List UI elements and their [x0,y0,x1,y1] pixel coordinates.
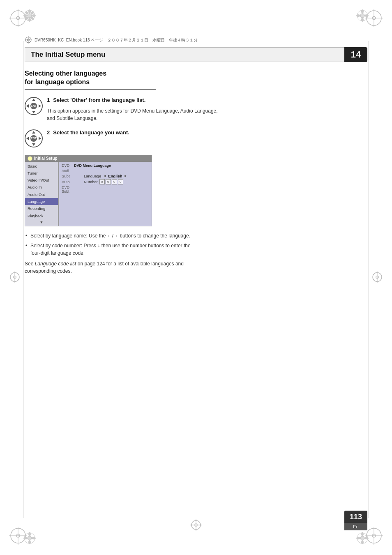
header-crosshair [25,36,32,44]
menu-screenshot: Initial Setup Basic Tuner Video In/Out A… [25,155,152,226]
svg-point-32 [23,14,28,17]
page-number: 113 [344,511,367,523]
header-text: DVR650HK_KC_EN.book 113 ページ ２００７年２月２１日 水… [35,37,198,43]
step-2-icon: ENT [25,129,43,147]
bullet-item-2: Select by code number: Press ↓ then use … [25,242,197,257]
step-2-content: 2 Select the language you want. [47,129,129,140]
arrow-left-icon [26,104,29,108]
menu-body: Basic Tuner Video In/Out Audio In Audio … [25,162,152,226]
bullet-item-1: Select by language name: Use the ←/→ but… [25,232,197,240]
step-1: ENT 1 Select 'Other' from the language l… [25,97,367,122]
menu-language-row: Subt Language ◄ English ► [62,174,149,178]
language-value: English [108,174,122,178]
arrow-right-icon [39,104,41,108]
deco-br [356,532,369,546]
audio-label: Audi [62,169,69,173]
arrow-right-indicator: ► [124,174,128,178]
section-heading: Selecting other languages for language o… [25,69,156,90]
menu-item-playback: Playback [25,212,58,219]
arrow-left-indicator: ◄ [103,174,106,178]
deco-bl [23,532,36,546]
svg-point-33 [32,14,36,17]
svg-point-30 [28,9,31,14]
deco-tr [356,9,369,23]
menu-item-audioout: Audio Out [25,191,58,198]
chapter-title: The Initial Setup menu [25,47,344,62]
step-1-body: This option appears in the settings for … [47,107,219,122]
top-rule [25,33,367,33]
svg-point-52 [361,532,364,536]
svg-point-41 [361,18,364,22]
vline-left [23,41,23,518]
menu-item-tuner: Tuner [25,170,58,177]
svg-point-49 [32,537,36,539]
menu-title: Initial Setup [34,156,58,161]
menu-item-language: Language [25,198,58,205]
subt-sub-row: Subt [62,189,149,193]
side-reg-right [371,271,383,284]
svg-point-53 [361,540,364,544]
svg-point-40 [361,9,364,14]
title-bar: The Initial Setup menu 14 [25,47,367,62]
step-1-number: 1 [47,97,50,103]
step-1-content: 1 Select 'Other' from the language list.… [47,97,219,122]
svg-point-42 [356,14,360,17]
bottom-rule [25,522,367,522]
svg-point-54 [356,537,360,539]
num-box-3: 0 [112,179,117,184]
step2-arrow-right-icon [39,137,41,140]
vline-right [369,41,369,518]
menu-sub-labels: DVD DVD Menu Language [62,164,149,168]
menu-icon [28,156,32,161]
step-2-number: 2 [47,129,50,136]
subt-label-1: Subt [62,174,82,178]
svg-point-43 [364,14,369,17]
see-also: See Language code list on page 124 for a… [25,260,197,275]
menu-item-audioin: Audio In [25,184,58,191]
menu-item-videoinout: Video In/Out [25,177,58,184]
step2-arrow-down-icon [32,143,35,146]
step2-enter-label: ENT [31,137,37,140]
step2-arrow-up-icon [32,131,35,134]
svg-point-48 [23,537,28,539]
step-1-icon: ENT [25,97,43,115]
right-panel-title: DVD Menu Language [74,164,111,168]
page-lang: En [344,523,367,530]
main-content: The Initial Setup menu 14 Selecting othe… [25,47,367,514]
bottom-center-reg [190,519,202,532]
svg-point-39 [360,14,364,18]
arrow-up-icon [32,99,35,101]
step-1-header: 1 Select 'Other' from the language list. [47,97,219,105]
number-label: Number [84,180,98,184]
step-2: ENT 2 Select the language you want. [25,129,367,147]
menu-scroll-down: ▼ [25,219,58,225]
audio-sub-row: Audi [62,169,149,173]
num-box-1: 0 [99,179,105,184]
see-also-italic: Language code list [35,261,76,267]
svg-point-55 [364,537,369,539]
menu-item-basic: Basic [25,163,58,170]
num-box-4: 0 [118,179,123,184]
menu-right-panel: DVD DVD Menu Language Audi Subt Language… [59,162,152,226]
deco-tl [23,9,36,23]
language-label: Language [84,174,101,178]
enter-label: ENT [31,104,37,107]
bullet-list: Select by language name: Use the ←/→ but… [25,232,367,257]
svg-point-46 [28,532,31,536]
arrow-down-icon [32,111,35,113]
side-reg-left [9,271,21,284]
header-bar: DVR650HK_KC_EN.book 113 ページ ２００７年２月２１日 水… [25,36,367,44]
step-2-title: Select the language you want. [53,129,129,136]
step-2-header: 2 Select the language you want. [47,129,129,137]
svg-point-47 [28,540,31,544]
svg-point-31 [28,18,31,22]
step-1-title: Select 'Other' from the language list. [53,97,145,103]
svg-point-45 [28,536,32,540]
auto-label: Auto [62,180,82,184]
menu-top-bar: Initial Setup [25,155,152,162]
svg-point-51 [360,536,364,540]
dvd-sub-row: DVD [62,185,149,189]
sub-label-dvd: DVD [62,164,74,168]
page-number-box: 113 En [344,511,367,530]
step2-arrow-left-icon [26,137,29,140]
